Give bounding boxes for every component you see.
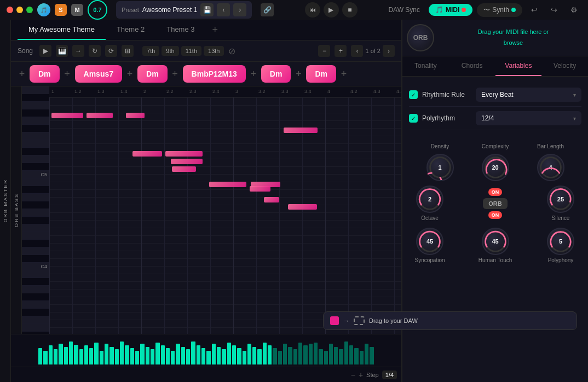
note-block[interactable] (165, 151, 203, 157)
nav-prev[interactable]: ‹ (351, 45, 363, 57)
chord-add-start[interactable]: + (18, 68, 26, 80)
piano-key-A3[interactable] (22, 286, 49, 293)
daw-drag-tooltip[interactable]: → Drag to your DAW (323, 311, 577, 330)
settings-button[interactable]: ⚙ (566, 2, 581, 18)
m-button[interactable]: M (71, 4, 83, 16)
interval-11th[interactable]: 11th (181, 46, 201, 56)
chord-plus-3[interactable]: + (171, 68, 180, 80)
tab-add-button[interactable]: + (206, 20, 225, 40)
tab-theme3[interactable]: Theme 3 (155, 20, 205, 40)
piano-key-A#4[interactable] (22, 186, 49, 194)
tab-velocity[interactable]: Velocity (541, 56, 588, 76)
preset-save-icon[interactable]: 💾 (200, 3, 214, 16)
tab-chords[interactable]: Chords (449, 56, 495, 76)
piano-key-G#3[interactable] (22, 293, 49, 301)
refresh2-icon[interactable]: ⟳ (105, 45, 117, 57)
piano-key-F3[interactable] (22, 316, 49, 324)
chord-3[interactable]: Dm (137, 65, 168, 83)
orb-badge[interactable]: ORB (483, 198, 507, 209)
density-knob[interactable]: 1 (426, 154, 454, 181)
play-button[interactable]: ▶ (324, 2, 339, 18)
chord-plus-2[interactable]: + (125, 68, 134, 80)
tab-theme1[interactable]: My Awesome Theme (18, 20, 106, 40)
piano-key-C#4[interactable] (22, 255, 49, 263)
note-block[interactable] (288, 204, 317, 210)
piano-key-D#4[interactable] (22, 240, 49, 247)
piano-key-F#5[interactable] (22, 125, 49, 132)
human-touch-knob[interactable]: 45 (482, 228, 509, 255)
stop-button[interactable]: ■ (342, 2, 358, 18)
minimize-button[interactable] (16, 7, 23, 13)
refresh-icon[interactable]: ↻ (89, 45, 101, 57)
rhythmic-rule-value[interactable]: Every Beat ▾ (476, 88, 581, 102)
piano-key-G#4[interactable] (22, 201, 49, 209)
note-block[interactable] (172, 166, 196, 172)
preset-next-icon[interactable]: › (233, 3, 246, 16)
piano-key-E3[interactable] (22, 324, 49, 332)
note-block[interactable] (264, 197, 279, 202)
undo-button[interactable]: ↩ (527, 2, 542, 18)
piano-key-G4[interactable] (22, 209, 49, 217)
rewind-button[interactable]: ⏮ (305, 2, 320, 18)
tab-theme2[interactable]: Theme 2 (106, 20, 155, 40)
link-icon[interactable]: 🔗 (261, 3, 274, 16)
fullscreen-button[interactable] (26, 7, 33, 13)
piano-key-C5[interactable]: C5 (22, 171, 49, 178)
note-block[interactable] (51, 113, 83, 118)
note-block[interactable] (126, 113, 145, 118)
tab-tonality[interactable]: Tonality (402, 56, 449, 76)
note-block[interactable] (284, 128, 318, 133)
note-block[interactable] (171, 159, 203, 164)
synth-button[interactable]: 〜 Synth (477, 3, 522, 17)
chord-plus-4[interactable]: + (249, 68, 258, 80)
step-minus[interactable]: − (351, 371, 355, 379)
piano-key-A#3[interactable] (22, 278, 49, 286)
piano-key-G3[interactable] (22, 301, 49, 309)
arrow-icon[interactable]: → (72, 45, 84, 57)
nav-next[interactable]: › (383, 45, 395, 57)
tempo-display[interactable]: 0.7 (88, 0, 107, 20)
orb-button[interactable]: ORB (407, 24, 434, 51)
piano-icon[interactable]: 🎹 (56, 45, 68, 57)
polyrhythm-checkbox[interactable]: ✓ (409, 114, 418, 123)
note-block[interactable] (209, 182, 246, 187)
piano-key-F5[interactable] (22, 132, 49, 140)
chord-plus-1[interactable]: + (63, 68, 72, 80)
octave-knob[interactable]: 2 (416, 186, 443, 213)
piano-key-C#5[interactable] (22, 163, 49, 171)
plus-icon[interactable]: + (335, 45, 347, 57)
close-button[interactable] (7, 7, 13, 13)
polyrhythm-value[interactable]: 12/4 ▾ (476, 111, 581, 125)
interval-9th[interactable]: 9th (162, 46, 178, 56)
piano-key-B4[interactable] (22, 178, 49, 186)
piano-key-E4[interactable] (22, 232, 49, 240)
minus-icon[interactable]: − (318, 45, 330, 57)
browse-link[interactable]: browse (504, 39, 523, 46)
piano-key-C4[interactable]: C4 (22, 263, 49, 270)
rhythmic-rule-checkbox[interactable]: ✓ (409, 90, 418, 99)
note-block[interactable] (87, 113, 113, 118)
chord-1[interactable]: Dm (30, 65, 60, 83)
polyphony-knob[interactable]: 5 (547, 228, 574, 255)
piano-key-B3[interactable] (22, 270, 49, 278)
piano-key-F4[interactable] (22, 224, 49, 232)
chord-add-end[interactable]: + (339, 68, 348, 80)
interval-13th[interactable]: 13th (204, 46, 224, 56)
midi-button[interactable]: 🎵 MIDI (429, 4, 472, 16)
roll-area[interactable]: 11.21.31.422.22.32.433.23.33.444.24.34.4… (49, 86, 401, 334)
piano-key-G5[interactable] (22, 117, 49, 125)
chord-2[interactable]: Amsus7 (75, 65, 122, 83)
chord-4[interactable]: BmbP12M13 (183, 65, 246, 83)
complexity-knob[interactable]: 20 (482, 154, 509, 181)
note-block[interactable] (132, 151, 162, 157)
chord-6[interactable]: Dm (306, 65, 336, 83)
tab-variables[interactable]: Variables (495, 56, 542, 76)
piano-key-A4[interactable] (22, 194, 49, 201)
play-song-button[interactable]: ▶ (39, 45, 51, 57)
step-value[interactable]: 1/4 (382, 371, 397, 379)
piano-key-D#5[interactable] (22, 148, 49, 155)
piano-key-E5[interactable] (22, 140, 49, 148)
piano-key-G#5[interactable] (22, 109, 49, 117)
note-block[interactable] (250, 186, 270, 192)
silence-knob[interactable]: 25 (547, 186, 574, 213)
